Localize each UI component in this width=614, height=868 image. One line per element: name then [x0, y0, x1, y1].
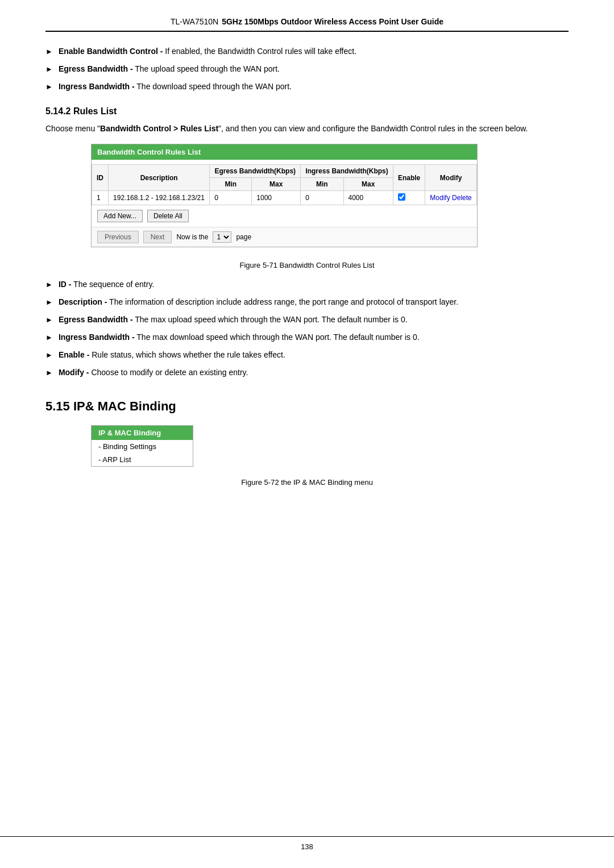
section-542-description: Choose menu "Bandwidth Control > Rules L…: [45, 122, 569, 135]
delete-all-button[interactable]: Delete All: [147, 210, 189, 222]
page-number: 138: [301, 842, 313, 851]
mac-menu-item-arp[interactable]: - ARP List: [92, 453, 193, 466]
row-modify[interactable]: Modify Delete: [425, 191, 477, 205]
bullet-arrow: ►: [45, 64, 53, 75]
list-item: ► Description - The information of descr…: [45, 296, 569, 308]
bullet-arrow: ►: [45, 314, 53, 326]
footer-page-number: 138: [0, 836, 614, 851]
bullet-text: Modify - Choose to modify or delete an e…: [59, 367, 248, 379]
col-ingress-header: Ingress Bandwidth(Kbps): [301, 165, 393, 178]
egress-min-header: Min: [210, 178, 252, 191]
page-info-suffix: page: [236, 233, 251, 241]
row-description: 192.168.1.2 - 192.168.1.23/21: [109, 191, 210, 205]
top-bullet-list: ► Enable Bandwidth Control - If enabled,…: [45, 45, 569, 93]
bold-label: Enable -: [59, 350, 89, 359]
bold-label: ID -: [59, 280, 72, 289]
col-egress-header: Egress Bandwidth(Kbps): [210, 165, 301, 178]
bullet-arrow: ►: [45, 46, 53, 57]
list-item: ► Modify - Choose to modify or delete an…: [45, 367, 569, 379]
bold-label: Egress Bandwidth -: [59, 64, 133, 73]
add-new-button[interactable]: Add New...: [97, 210, 143, 222]
enable-checkbox[interactable]: [398, 193, 405, 201]
modify-link[interactable]: Modify: [430, 194, 450, 202]
list-item: ► Ingress Bandwidth - The max download s…: [45, 331, 569, 343]
header-model: TL-WA7510N: [171, 17, 218, 26]
col-description-header: Description: [109, 165, 210, 191]
bullet-text: Ingress Bandwidth - The max download spe…: [59, 331, 420, 343]
page-select[interactable]: 1: [213, 231, 231, 243]
bullet-text: Egress Bandwidth - The upload speed thro…: [59, 63, 280, 75]
bold-label: Ingress Bandwidth -: [59, 333, 135, 342]
ingress-min-header: Min: [301, 178, 343, 191]
col-id-header: ID: [92, 165, 109, 191]
list-item: ► Egress Bandwidth - The max upload spee…: [45, 314, 569, 326]
figure-72-caption: Figure 5-72 the IP & MAC Binding menu: [45, 478, 569, 487]
table-pagination: Previous Next Now is the 1 page: [92, 227, 477, 247]
row-ingress-max: 4000: [343, 191, 393, 205]
bandwidth-rules-table-container: Bandwidth Control Rules List ID Descript…: [91, 144, 478, 247]
section-542-heading: 5.14.2 Rules List: [45, 106, 569, 117]
bold-label: Egress Bandwidth -: [59, 315, 133, 324]
ingress-max-header: Max: [343, 178, 393, 191]
bandwidth-rules-table: ID Description Egress Bandwidth(Kbps) In…: [92, 164, 477, 205]
bullet-text: Egress Bandwidth - The max upload speed …: [59, 314, 408, 326]
bullet-arrow: ►: [45, 332, 53, 343]
bullet-text: Enable - Rule status, which shows whethe…: [59, 349, 285, 361]
previous-button[interactable]: Previous: [97, 231, 139, 243]
row-enable[interactable]: [393, 191, 425, 205]
bullet-arrow: ►: [45, 81, 53, 93]
mac-menu-item-binding[interactable]: - Binding Settings: [92, 440, 193, 453]
next-button[interactable]: Next: [143, 231, 172, 243]
bullet-text: ID - The sequence of entry.: [59, 279, 154, 290]
bottom-bullet-list: ► ID - The sequence of entry. ► Descript…: [45, 279, 569, 379]
section-515-heading: 5.15 IP& MAC Binding: [45, 399, 569, 414]
bullet-arrow: ►: [45, 367, 53, 379]
bullet-arrow: ►: [45, 350, 53, 361]
list-item: ► Enable Bandwidth Control - If enabled,…: [45, 45, 569, 57]
mac-menu-header: IP & MAC Binding: [92, 426, 193, 440]
bullet-text: Description - The information of descrip…: [59, 296, 458, 308]
row-ingress-min: 0: [301, 191, 343, 205]
list-item: ► Enable - Rule status, which shows whet…: [45, 349, 569, 361]
bold-label: Description -: [59, 297, 107, 306]
col-modify-header: Modify: [425, 165, 477, 191]
bullet-text: Ingress Bandwidth - The download speed t…: [59, 81, 292, 93]
page-header: TL-WA7510N 5GHz 150Mbps Outdoor Wireless…: [45, 17, 569, 32]
table-header-label: Bandwidth Control Rules List: [92, 144, 477, 160]
page-info-prefix: Now is the: [176, 233, 208, 241]
delete-link[interactable]: Delete: [452, 194, 472, 202]
bold-label: Enable Bandwidth Control -: [59, 47, 163, 56]
col-enable-header: Enable: [393, 165, 425, 191]
mac-binding-menu: IP & MAC Binding - Binding Settings - AR…: [91, 425, 193, 467]
list-item: ► Egress Bandwidth - The upload speed th…: [45, 63, 569, 75]
bold-label: Ingress Bandwidth -: [59, 82, 135, 91]
table-row: 1 192.168.1.2 - 192.168.1.23/21 0 1000 0…: [92, 191, 477, 205]
egress-max-header: Max: [252, 178, 301, 191]
header-title: 5GHz 150Mbps Outdoor Wireless Access Poi…: [222, 17, 443, 26]
row-egress-max: 1000: [252, 191, 301, 205]
row-id: 1: [92, 191, 109, 205]
bullet-arrow: ►: [45, 297, 53, 308]
bullet-text: Enable Bandwidth Control - If enabled, t…: [59, 45, 356, 57]
list-item: ► Ingress Bandwidth - The download speed…: [45, 81, 569, 93]
bullet-arrow: ►: [45, 279, 53, 290]
figure-71-caption: Figure 5-71 Bandwidth Control Rules List: [45, 261, 569, 269]
list-item: ► ID - The sequence of entry.: [45, 279, 569, 290]
row-egress-min: 0: [210, 191, 252, 205]
table-actions: Add New... Delete All: [92, 205, 477, 227]
bold-label: Modify -: [59, 368, 89, 377]
